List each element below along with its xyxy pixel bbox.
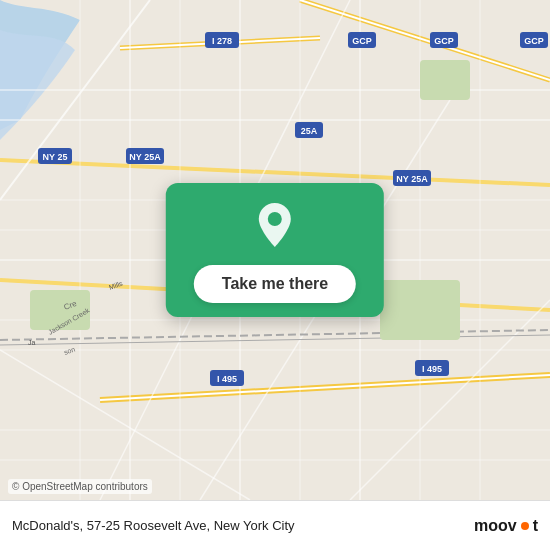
svg-text:I 278: I 278: [212, 36, 232, 46]
moovit-dot-icon: [521, 522, 529, 530]
svg-text:NY 25A: NY 25A: [396, 174, 428, 184]
svg-rect-36: [420, 60, 470, 100]
moovit-brand-text: moov: [474, 517, 517, 535]
svg-point-67: [268, 212, 282, 226]
svg-text:I 495: I 495: [422, 364, 442, 374]
map-container: I 278 GCP GCP GCP NY 25 NY 25A 25A NY 25…: [0, 0, 550, 500]
moovit-logo: moov t: [474, 517, 538, 535]
svg-text:Ja: Ja: [28, 339, 36, 346]
svg-rect-34: [380, 280, 460, 340]
svg-text:GCP: GCP: [434, 36, 454, 46]
moovit-brand-text-end: t: [533, 517, 538, 535]
button-overlay: Take me there: [166, 183, 384, 317]
map-attribution: © OpenStreetMap contributors: [8, 479, 152, 494]
svg-text:GCP: GCP: [524, 36, 544, 46]
bottom-address-section: McDonald's, 57-25 Roosevelt Ave, New Yor…: [12, 518, 295, 533]
bottom-bar: McDonald's, 57-25 Roosevelt Ave, New Yor…: [0, 500, 550, 550]
svg-text:I 495: I 495: [217, 374, 237, 384]
take-me-there-button[interactable]: Take me there: [194, 265, 356, 303]
location-address: McDonald's, 57-25 Roosevelt Ave, New Yor…: [12, 518, 295, 533]
svg-text:GCP: GCP: [352, 36, 372, 46]
green-panel[interactable]: Take me there: [166, 183, 384, 317]
svg-text:ck: ck: [28, 0, 36, 1]
svg-text:25A: 25A: [301, 126, 318, 136]
svg-text:NY 25: NY 25: [43, 152, 68, 162]
location-icon-wrap: [255, 201, 295, 255]
svg-text:NY 25A: NY 25A: [129, 152, 161, 162]
